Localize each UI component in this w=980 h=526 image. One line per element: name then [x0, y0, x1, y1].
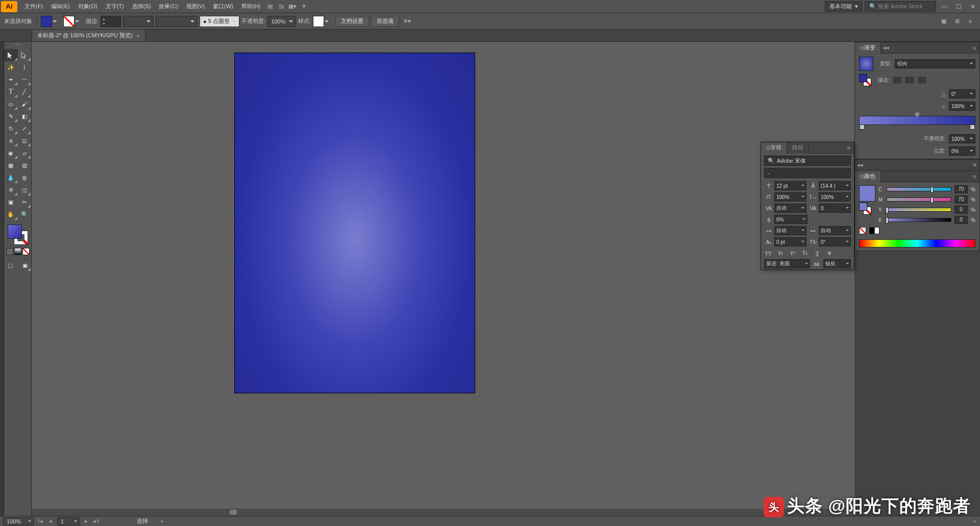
opacity-input[interactable]: 100% [267, 16, 296, 27]
k-value[interactable]: 0 [954, 216, 968, 224]
slice-tool[interactable]: ✂ [18, 196, 32, 208]
artboard-nav-dropdown[interactable]: 1 [57, 517, 80, 525]
type-tool[interactable]: T [4, 86, 18, 98]
bw-swatch[interactable] [869, 227, 879, 234]
eraser-tool[interactable]: ◧ [18, 110, 32, 122]
zoom-dropdown[interactable]: 100% [3, 517, 34, 525]
h-scrollbar[interactable] [32, 509, 854, 516]
baseline-pct-input[interactable]: 0% [774, 215, 807, 224]
gradient-angle-input[interactable]: 0° [949, 89, 975, 98]
selection-tool[interactable] [4, 49, 18, 61]
window-close[interactable]: ✕ [967, 2, 979, 11]
gradient-tab[interactable]: ◇ 渐变 [855, 42, 881, 54]
curvature-tool[interactable]: 〰 [18, 73, 32, 86]
scale-tool[interactable]: ⤢ [18, 122, 32, 135]
brush-def-dropdown[interactable]: ● 5 点圆形 [200, 16, 239, 27]
document-tab[interactable]: 未标题-2* @ 100% (CMYK/GPU 预览) × [32, 29, 145, 41]
isolate-icon[interactable]: ⊞ [951, 16, 963, 27]
panel-expand-icon[interactable]: ◂◂ [855, 162, 865, 168]
color-panel-menu-icon[interactable]: ≡ [969, 173, 979, 180]
kerning-input[interactable]: 自动 [774, 204, 806, 213]
allcaps-button[interactable]: TT [764, 250, 772, 256]
window-maximize[interactable]: ☐ [952, 2, 965, 11]
baseline-shift-input[interactable]: 0 pt [774, 237, 806, 246]
gradient-type-dropdown[interactable]: 径向 [895, 59, 975, 68]
stroke-grad-1[interactable] [893, 77, 902, 84]
stock-icon[interactable]: St [276, 1, 287, 12]
color-fillstroke-mini[interactable] [859, 203, 871, 215]
workspace-switcher[interactable]: 基本功能▾ [825, 1, 863, 12]
bridge-icon[interactable]: ▤ [264, 1, 276, 12]
language-dropdown[interactable]: 英语: 美国 [764, 259, 810, 268]
menu-effect[interactable]: 效果(C) [155, 1, 182, 12]
rectangle-tool[interactable]: ▭ [4, 98, 18, 110]
window-minimize[interactable]: — [938, 2, 950, 11]
shaper-tool[interactable]: ✎ [4, 110, 18, 122]
zoom-tool[interactable]: 🔍 [18, 208, 32, 220]
y-slider[interactable] [887, 208, 951, 212]
graph-tool[interactable]: ◫ [18, 184, 32, 196]
first-artboard[interactable]: I◂ [37, 518, 44, 524]
gradient-stop-1[interactable] [860, 124, 865, 130]
color-fill-swatch[interactable] [859, 185, 875, 202]
artboard-tool[interactable]: ▣ [4, 196, 18, 208]
style-swatch[interactable] [313, 16, 324, 27]
paintbrush-tool[interactable]: 🖌 [18, 98, 32, 110]
vscale-input[interactable]: 100% [774, 192, 806, 202]
leading-input[interactable]: (14.4 ) [819, 181, 851, 190]
m-value[interactable]: 70 [954, 195, 968, 204]
panel-close-icon[interactable]: ✕ [969, 162, 979, 168]
preferences-button[interactable]: 首选项 [371, 16, 399, 27]
color-mode-solid[interactable] [6, 248, 13, 255]
stop-opacity-input[interactable]: 100% [949, 134, 975, 143]
line-tool[interactable]: ╱ [18, 86, 32, 98]
prev-artboard[interactable]: ◂ [47, 518, 54, 524]
c-slider[interactable] [887, 187, 951, 191]
lasso-tool[interactable]: ⌇ [18, 61, 32, 73]
font-size-input[interactable]: 12 pt [774, 181, 806, 190]
arrange-icon[interactable]: ▦▾ [287, 1, 298, 12]
gpu-icon[interactable]: ✈ [298, 1, 309, 12]
char-panel-menu-icon[interactable]: ≡ [844, 145, 854, 151]
left-dock-strip[interactable] [0, 42, 4, 516]
hscale-input[interactable]: 100% [819, 192, 851, 202]
color-tab[interactable]: ◇ 颜色 [855, 171, 881, 182]
brush-dropdown[interactable] [156, 16, 198, 27]
gradient-stop-2[interactable] [970, 124, 975, 130]
menu-file[interactable]: 文件(F) [20, 1, 47, 12]
transform-icon[interactable]: ⁜▾ [401, 16, 412, 27]
shape-builder-tool[interactable]: ◉ [4, 147, 18, 159]
pen-tool[interactable]: ✒ [4, 73, 18, 86]
menu-object[interactable]: 对象(O) [74, 1, 102, 12]
underline-button[interactable]: T [813, 250, 821, 256]
no-color-swatch[interactable] [859, 227, 866, 234]
menu-help[interactable]: 帮助(H) [237, 1, 264, 12]
auto1-input[interactable]: 自动 [774, 226, 806, 235]
subscript-button[interactable]: T₁ [801, 249, 809, 256]
symbol-sprayer-tool[interactable]: ✲ [4, 184, 18, 196]
char-rotate-input[interactable]: 0° [819, 237, 851, 246]
menu-type[interactable]: 文字(T) [102, 1, 128, 12]
superscript-button[interactable]: T¹ [789, 250, 797, 256]
stroke-swatch[interactable] [63, 16, 75, 27]
screen-mode[interactable]: ▣ [19, 259, 32, 271]
hand-tool[interactable]: ✋ [4, 208, 18, 220]
doc-setup-button[interactable]: 文档设置 [335, 16, 369, 27]
perspective-tool[interactable]: ▱ [18, 147, 32, 159]
gradient-ratio-input[interactable]: 100% [949, 102, 975, 111]
y-value[interactable]: 0 [954, 206, 968, 214]
align-icon[interactable]: ▦ [938, 16, 949, 27]
stroke-weight-input[interactable]: ▲ ▼ [101, 16, 121, 27]
stroke-grad-2[interactable] [905, 77, 914, 84]
spectrum-bar[interactable] [859, 239, 975, 247]
fill-stroke-box[interactable] [8, 224, 28, 245]
fill-box[interactable] [8, 224, 22, 239]
stroke-grad-3[interactable] [917, 77, 926, 84]
mesh-tool[interactable]: ▦ [4, 159, 18, 171]
blend-tool[interactable]: ◍ [18, 171, 32, 184]
fill-swatch[interactable] [41, 16, 52, 27]
width-tool[interactable]: ⋔ [4, 135, 18, 147]
toolbox-handle[interactable] [4, 44, 31, 48]
stop-position-input[interactable]: 0% [949, 146, 975, 156]
canvas[interactable] [32, 42, 854, 516]
